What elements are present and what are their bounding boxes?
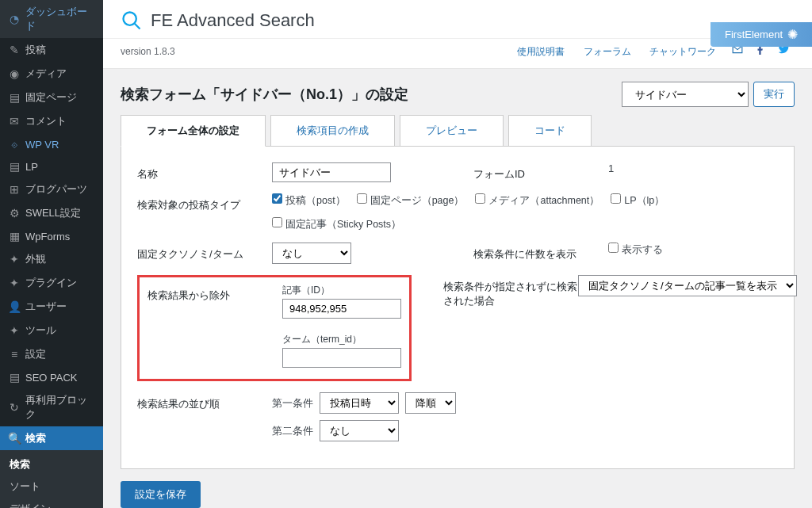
sub-item-search[interactable]: 検索 bbox=[0, 453, 103, 476]
chk-label: LP（lp） bbox=[624, 195, 665, 206]
chk-showcount[interactable] bbox=[608, 243, 619, 253]
exclude-section: 検索結果から除外 記事（ID） ターム（term_id） bbox=[137, 275, 412, 381]
chk-label: 固定記事（Sticky Posts） bbox=[285, 219, 401, 230]
save-button[interactable]: 設定を保存 bbox=[121, 481, 201, 508]
select-sort-firstorder[interactable]: 降順 bbox=[405, 392, 456, 414]
sidebar-item-users[interactable]: 👤 ユーザー bbox=[0, 295, 103, 319]
brush-icon: ✦ bbox=[6, 253, 22, 265]
label-fixedtax: 固定タクソノミ/ターム bbox=[137, 243, 272, 262]
tab-code[interactable]: コード bbox=[508, 115, 592, 147]
tools-icon: ✦ bbox=[6, 324, 22, 337]
input-name[interactable] bbox=[272, 162, 391, 182]
sidebar-item-label: ダッシュボード bbox=[25, 5, 97, 33]
sidebar-item-label: プラグイン bbox=[25, 276, 97, 290]
select-fixedtax[interactable]: なし bbox=[272, 243, 351, 264]
sidebar-item-label: 設定 bbox=[25, 347, 97, 361]
sidebar-item-wpvr[interactable]: ⟐ WP VR bbox=[0, 133, 103, 155]
form-select[interactable]: サイドバー bbox=[622, 82, 749, 107]
select-nocond[interactable]: 固定タクソノミ/タームの記事一覧を表示 bbox=[578, 275, 797, 296]
sidebar-item-media[interactable]: ◉ メディア bbox=[0, 62, 103, 86]
sidebar-item-tools[interactable]: ✦ ツール bbox=[0, 319, 103, 342]
sidebar-item-label: 再利用ブロック bbox=[25, 393, 97, 422]
page-icon: ▤ bbox=[6, 91, 22, 104]
globe-icon: ✺ bbox=[787, 27, 798, 42]
sidebar-item-lp[interactable]: ▤ LP bbox=[0, 155, 103, 178]
select-sort-first[interactable]: 投稿日時 bbox=[320, 392, 399, 414]
chk-media[interactable] bbox=[475, 193, 485, 204]
chk-sticky[interactable] bbox=[272, 217, 282, 227]
sidebar-item-comments[interactable]: ✉ コメント bbox=[0, 109, 103, 133]
execute-button[interactable]: 実行 bbox=[753, 82, 795, 107]
vr-icon: ⟐ bbox=[6, 138, 22, 151]
chk-label: 表示する bbox=[622, 244, 663, 255]
sidebar-item-label: 固定ページ bbox=[25, 90, 97, 105]
sidebar-item-posts[interactable]: ✎ 投稿 bbox=[0, 38, 103, 62]
sidebar-item-label: 投稿 bbox=[25, 43, 97, 57]
label-showcount: 検索条件に件数を表示 bbox=[473, 243, 608, 262]
recycle-icon: ↻ bbox=[6, 401, 22, 414]
chk-label: メディア（attachment） bbox=[488, 195, 599, 206]
config-heading: 検索フォーム「サイドバー（No.1）」の設定 bbox=[121, 85, 408, 104]
admin-sidebar: ◔ ダッシュボード ✎ 投稿 ◉ メディア ▤ 固定ページ ✉ コメント ⟐ W… bbox=[0, 0, 103, 508]
sub-item-sort[interactable]: ソート bbox=[0, 476, 103, 498]
sidebar-item-label: メディア bbox=[25, 67, 97, 81]
form-icon: ▦ bbox=[6, 230, 22, 243]
chk-lp[interactable] bbox=[611, 193, 621, 204]
plugin-icon: ✦ bbox=[6, 277, 22, 289]
link-forum[interactable]: フォーラム bbox=[584, 46, 631, 57]
label-formid: フォームID bbox=[473, 162, 608, 181]
tab-form-settings[interactable]: フォーム全体の設定 bbox=[121, 115, 266, 147]
main-content: FE Advanced Search FirstElement✺ version… bbox=[103, 0, 812, 508]
user-icon: 👤 bbox=[6, 300, 22, 313]
chk-label: 投稿（post） bbox=[285, 195, 346, 206]
label-name: 名称 bbox=[137, 162, 272, 181]
sidebar-item-pages[interactable]: ▤ 固定ページ bbox=[0, 86, 103, 109]
sidebar-item-label: ユーザー bbox=[25, 300, 97, 314]
label-sort-second: 第二条件 bbox=[272, 424, 313, 438]
brand-logo: FirstElement✺ bbox=[710, 22, 812, 47]
sidebar-item-label: WpForms bbox=[25, 231, 97, 243]
sidebar-item-label: WP VR bbox=[25, 139, 97, 151]
chk-post[interactable] bbox=[272, 193, 282, 204]
sidebar-item-label: コメント bbox=[25, 114, 97, 128]
sidebar-item-settings[interactable]: ≡ 設定 bbox=[0, 342, 103, 366]
label-sort: 検索結果の並び順 bbox=[137, 392, 272, 411]
sidebar-item-wpforms[interactable]: ▦ WpForms bbox=[0, 225, 103, 247]
tab-create-items[interactable]: 検索項目の作成 bbox=[270, 115, 395, 147]
sidebar-item-label: LP bbox=[25, 161, 97, 173]
blogparts-icon: ⊞ bbox=[6, 183, 22, 196]
tab-preview[interactable]: プレビュー bbox=[400, 115, 504, 147]
sub-header: version 1.8.3 使用説明書 フォーラム チャットワーク bbox=[103, 39, 812, 69]
sidebar-item-plugins[interactable]: ✦ プラグイン bbox=[0, 271, 103, 295]
sidebar-item-label: ブログパーツ bbox=[25, 182, 97, 197]
sidebar-item-blogparts[interactable]: ⊞ ブログパーツ bbox=[0, 178, 103, 201]
sliders-icon: ≡ bbox=[6, 348, 22, 361]
media-icon: ◉ bbox=[6, 67, 22, 80]
label-exclude-id: 記事（ID） bbox=[282, 284, 401, 297]
tabs-row: フォーム全体の設定 検索項目の作成 プレビュー コード bbox=[103, 115, 812, 147]
config-heading-row: 検索フォーム「サイドバー（No.1）」の設定 サイドバー 実行 bbox=[103, 69, 812, 115]
sidebar-item-seopack[interactable]: ▤ SEO PACK bbox=[0, 366, 103, 388]
sidebar-item-search[interactable]: 🔍 検索 bbox=[0, 426, 103, 450]
svg-point-0 bbox=[124, 13, 136, 25]
select-sort-second[interactable]: なし bbox=[320, 420, 399, 441]
sidebar-item-swell[interactable]: ⚙ SWELL設定 bbox=[0, 201, 103, 225]
chk-label: 固定ページ（page） bbox=[370, 195, 465, 206]
sidebar-item-label: 検索 bbox=[25, 431, 97, 445]
input-exclude-term[interactable] bbox=[282, 348, 401, 368]
value-formid: 1 bbox=[608, 162, 778, 174]
sub-item-design[interactable]: デザイン bbox=[0, 498, 103, 508]
sidebar-item-reusable[interactable]: ↻ 再利用ブロック bbox=[0, 388, 103, 426]
label-posttype: 検索対象の投稿タイプ bbox=[137, 193, 272, 212]
input-exclude-ids[interactable] bbox=[282, 299, 401, 319]
svg-line-1 bbox=[135, 24, 140, 29]
link-manual[interactable]: 使用説明書 bbox=[517, 46, 565, 57]
sidebar-item-appearance[interactable]: ✦ 外観 bbox=[0, 247, 103, 271]
settings-panel: 名称 フォームID 1 検索対象の投稿タイプ 投稿（post） 固定ページ（pa… bbox=[121, 146, 795, 469]
label-exclude-term: ターム（term_id） bbox=[282, 333, 401, 346]
chk-page[interactable] bbox=[357, 193, 367, 204]
sidebar-item-dashboard[interactable]: ◔ ダッシュボード bbox=[0, 0, 103, 38]
sidebar-item-label: SWELL設定 bbox=[25, 206, 97, 220]
app-header: FE Advanced Search bbox=[103, 0, 812, 39]
link-chatwork[interactable]: チャットワーク bbox=[649, 46, 716, 57]
